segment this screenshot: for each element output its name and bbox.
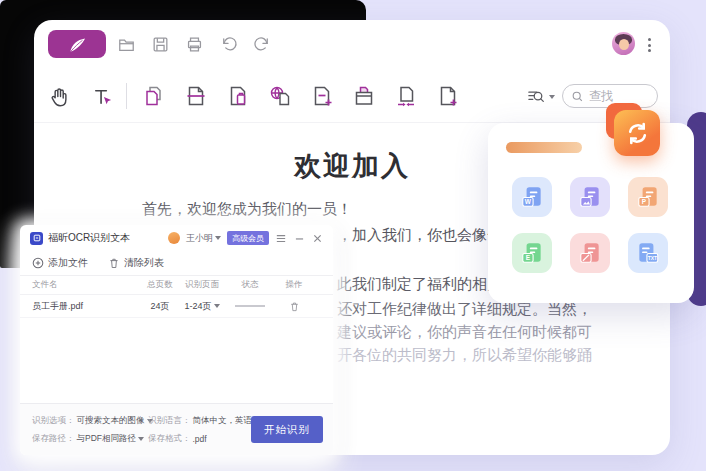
search-input[interactable] (589, 89, 647, 103)
clear-list-button[interactable]: 清除列表 (108, 256, 164, 270)
ocr-dialog-title: 福昕OCR识别文本 (48, 231, 130, 245)
doc-paragraph-line: ，加入我们，你也会像一 (337, 226, 502, 245)
avatar-face (619, 39, 629, 50)
text-select-tool-button[interactable] (88, 82, 116, 110)
word-file-icon[interactable]: W (512, 177, 552, 217)
ocr-user-avatar (168, 232, 180, 244)
dialog-menu-button[interactable] (275, 232, 287, 244)
ocr-app-icon (30, 232, 43, 245)
svg-text:P: P (642, 198, 647, 205)
search-icon (571, 90, 584, 103)
start-ocr-button[interactable]: 开始识别 (251, 416, 323, 443)
member-badge: 高级会员 (227, 231, 269, 245)
merge-pages-button[interactable] (392, 82, 420, 110)
user-avatar[interactable] (612, 32, 635, 55)
ocr-dialog-titlebar: 福昕OCR识别文本 王小明 高级会员 (20, 225, 333, 251)
insert-page-button[interactable] (308, 82, 336, 110)
svg-text:E: E (526, 254, 531, 261)
txt-file-icon[interactable]: TXT (628, 233, 668, 273)
status-cell (224, 305, 276, 307)
doc-heading: 欢迎加入 (252, 148, 452, 184)
minimize-button[interactable] (293, 232, 305, 244)
action-cell (276, 301, 312, 312)
chevron-down-icon (549, 95, 555, 99)
print-button[interactable] (184, 34, 204, 54)
scan-box-button[interactable] (350, 82, 378, 110)
split-page-button[interactable] (182, 82, 210, 110)
web-page-button[interactable] (266, 82, 294, 110)
toolbar-divider (126, 83, 127, 109)
panel-title-placeholder (506, 142, 582, 153)
convert-panel: W P E TXT (488, 123, 694, 303)
range-dropdown-cell: 1-24页 (180, 300, 224, 313)
table-row: 员工手册.pdf 24页 1-24页 (20, 295, 333, 318)
delete-file-button[interactable] (289, 301, 300, 312)
new-page-button[interactable] (434, 82, 462, 110)
doc-paragraph-line: 建议或评论，你的声音在任何时候都可 (337, 323, 592, 342)
hand-tool-button[interactable] (44, 82, 72, 110)
ppt-file-icon[interactable]: P (628, 177, 668, 217)
app-logo-button[interactable] (48, 30, 106, 58)
ocr-user-menu[interactable]: 王小明 (186, 232, 221, 245)
ocr-table-header: 文件名 总页数 识别页面 状态 操作 (20, 276, 333, 295)
undo-button[interactable] (218, 34, 238, 54)
ocr-actions-row: 添加文件 清除列表 (20, 251, 333, 276)
ocr-dialog: 福昕OCR识别文本 王小明 高级会员 添加文件 清除列表 文件名 总页数 识别页… (20, 225, 333, 455)
redo-button[interactable] (252, 34, 272, 54)
close-button[interactable] (311, 232, 323, 244)
save-path-select[interactable]: 与PDF相同路径 (77, 433, 145, 445)
doc-intro-text: 首先，欢迎您成为我们的一员！ (142, 200, 352, 219)
chevron-down-icon (215, 236, 221, 240)
paste-page-button[interactable] (224, 82, 252, 110)
recognize-option-select[interactable]: 可搜索文本的图像 (77, 415, 153, 427)
save-button[interactable] (150, 34, 170, 54)
pdf-file-icon[interactable] (570, 233, 610, 273)
sync-convert-icon[interactable] (614, 110, 660, 156)
advanced-search-button[interactable] (526, 87, 555, 106)
more-menu-button[interactable] (646, 36, 653, 54)
chevron-down-icon (138, 437, 144, 441)
quill-icon (66, 35, 88, 53)
save-format-value: .pdf (193, 434, 207, 444)
copy-pages-button[interactable] (140, 82, 168, 110)
range-dropdown[interactable]: 1-24页 (180, 300, 224, 313)
edit-toolbar (34, 70, 670, 123)
page-count-cell: 24页 (140, 300, 180, 313)
ocr-dialog-footer: 识别选项：可搜索文本的图像 识别语言：简体中文，英语 保存路径：与PDF相同路径… (20, 403, 333, 455)
file-name-cell: 员工手册.pdf (32, 300, 140, 313)
add-file-button[interactable]: 添加文件 (32, 256, 88, 270)
image-file-icon[interactable] (570, 177, 610, 217)
language-select[interactable]: 简体中文，英语 (193, 415, 261, 427)
svg-text:W: W (525, 198, 532, 205)
open-folder-button[interactable] (116, 34, 136, 54)
excel-file-icon[interactable]: E (512, 233, 552, 273)
doc-paragraph-line: 开各位的共同努力，所以希望你能够踊 (337, 346, 592, 365)
svg-text:TXT: TXT (648, 255, 657, 261)
chevron-down-icon (214, 304, 220, 308)
status-progress-track (235, 305, 265, 307)
doc-paragraph-line: 此我们制定了福利的相关 (337, 275, 502, 294)
